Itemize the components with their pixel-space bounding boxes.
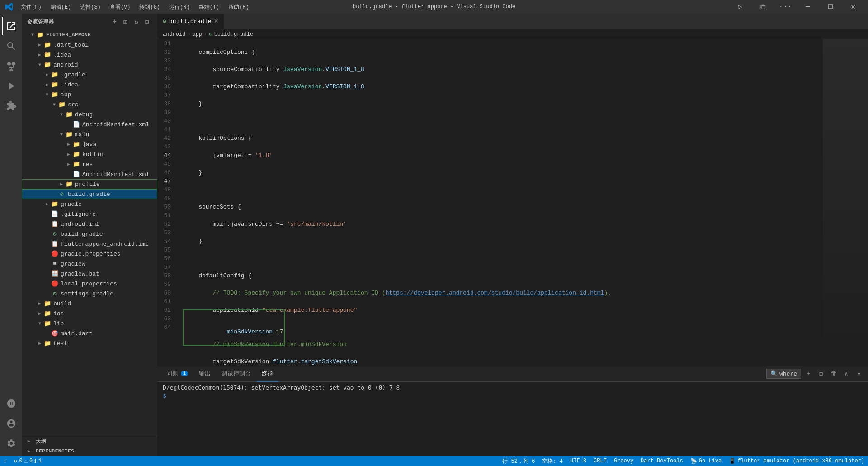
sidebar-item-local-properties[interactable]: 🔴 local.properties	[22, 279, 157, 289]
sidebar-item-main[interactable]: ▼ 📁 main	[22, 129, 157, 139]
status-remote[interactable]: ⚡	[0, 456, 10, 466]
project-root[interactable]: ▼ 📁 FLUTTER_APPONE	[22, 30, 157, 40]
tab-close-button[interactable]: ✕	[214, 18, 218, 25]
menu-help[interactable]: 帮助(H)	[225, 2, 253, 12]
sidebar-item-android[interactable]: ▼ 📁 android	[22, 60, 157, 70]
code-line-35	[184, 117, 823, 125]
status-dart-devtools[interactable]: Dart DevTools	[637, 456, 687, 466]
sidebar-item-app[interactable]: ▼ 📁 app	[22, 90, 157, 100]
sidebar-item-main-dart[interactable]: 🎯 main.dart	[22, 328, 157, 338]
account-activity-icon[interactable]	[2, 414, 20, 433]
refresh-button[interactable]: ↻	[132, 17, 141, 26]
settings-activity-icon[interactable]	[2, 434, 20, 452]
sidebar-item-build-gradle-app[interactable]: ⚙ build.gradle	[22, 189, 157, 199]
source-control-activity-icon[interactable]	[2, 57, 20, 75]
sidebar-item-build[interactable]: ▶ 📁 build	[22, 299, 157, 309]
terminal-content[interactable]: D/eglCodecCommon(15074): setVertexArrayO…	[157, 382, 868, 456]
sidebar-header-icons: + ⊞ ↻ ⊟	[110, 17, 152, 26]
menu-run[interactable]: 运行(R)	[165, 2, 193, 12]
sidebar-item-dart-tool[interactable]: ▶ 📁 .dart_tool	[22, 40, 157, 50]
sidebar-item-androidmanifest-debug[interactable]: 📄 AndroidManifest.xml	[22, 119, 157, 129]
terminal-split-button[interactable]: ⊟	[816, 368, 826, 379]
status-errors[interactable]: ⊗ 0 ⚠ 0 ℹ 1	[10, 456, 45, 466]
menu-file[interactable]: 文件(F)	[17, 2, 45, 12]
maximize-button[interactable]: □	[820, 0, 841, 14]
menu-goto[interactable]: 转到(G)	[136, 2, 164, 12]
run-button[interactable]: ▷	[730, 0, 750, 14]
menu-edit[interactable]: 编辑(E)	[47, 2, 75, 12]
sidebar-item-build-gradle-root[interactable]: ⚙ build.gradle	[22, 229, 157, 239]
sidebar-item-gitignore[interactable]: 📄 .gitignore	[22, 209, 157, 219]
sidebar-item-src[interactable]: ▼ 📁 src	[22, 100, 157, 109]
minimize-button[interactable]: ─	[797, 0, 818, 14]
new-file-button[interactable]: +	[110, 17, 119, 26]
problems-label: 问题	[166, 370, 178, 378]
sidebar-item-res[interactable]: ▶ 📁 res	[22, 159, 157, 169]
status-go-live[interactable]: 📡 Go Live	[687, 456, 725, 466]
menu-selection[interactable]: 选择(S)	[76, 2, 104, 12]
breadcrumb-android[interactable]: android	[163, 31, 185, 38]
sidebar-item-settings-gradle[interactable]: ⚙ settings.gradle	[22, 289, 157, 299]
sidebar-item-profile[interactable]: ▶ 📁 profile	[22, 179, 157, 189]
status-encoding[interactable]: UTF-8	[566, 456, 590, 466]
panel-tab-debug-console[interactable]: 调试控制台	[216, 366, 256, 382]
error-count: 0	[19, 458, 22, 464]
collapse-button[interactable]: ⊟	[143, 17, 152, 26]
code-content[interactable]: compileOptions { sourceCompatibility Jav…	[180, 39, 823, 366]
terminal-trash-button[interactable]: 🗑	[828, 368, 839, 379]
panel-maximize-button[interactable]: ∧	[841, 368, 852, 379]
sidebar-item-ios[interactable]: ▶ 📁 ios	[22, 309, 157, 319]
menu-view[interactable]: 查看(V)	[106, 2, 134, 12]
sidebar-item-gradlew-bat[interactable]: 🪟 gradlew.bat	[22, 269, 157, 279]
sidebar-item-androidmanifest-main[interactable]: 📄 AndroidManifest.xml	[22, 169, 157, 179]
sidebar-item-lib[interactable]: ▼ 📁 lib	[22, 319, 157, 328]
sidebar-item-gradle-properties[interactable]: 🔴 gradle.properties	[22, 249, 157, 259]
status-position[interactable]: 行 52，列 6	[499, 456, 538, 466]
file-tree: ▼ 📁 FLUTTER_APPONE ▶ 📁 .dart_tool ▶ 📁 .i…	[22, 30, 157, 436]
sidebar-item-idea[interactable]: ▶ 📁 .idea	[22, 50, 157, 60]
status-emulator[interactable]: 📱 flutter emulator (android-x86-emulator…	[725, 456, 868, 466]
breadcrumb-filename[interactable]: build.gradle	[214, 31, 253, 38]
new-folder-button[interactable]: ⊞	[121, 17, 130, 26]
dependencies-section[interactable]: ▶ DEPENDENCIES	[22, 446, 157, 456]
sidebar-item-flutterappone-iml[interactable]: 📋 flutterappone_android.iml	[22, 239, 157, 249]
sidebar-item-gradle-folder[interactable]: ▶ 📁 gradle	[22, 199, 157, 209]
outline-section[interactable]: ▶ 大纲	[22, 436, 157, 446]
panel-close-button[interactable]: ✕	[854, 368, 864, 379]
sidebar-item-gradle-android[interactable]: ▶ 📁 .gradle	[22, 70, 157, 80]
titlebar: 文件(F) 编辑(E) 选择(S) 查看(V) 转到(G) 运行(R) 终端(T…	[0, 0, 868, 14]
explorer-activity-icon[interactable]	[2, 17, 20, 35]
where-search-icon: 🔍	[770, 370, 778, 377]
sidebar-item-java[interactable]: ▶ 📁 java	[22, 139, 157, 149]
breadcrumb: android › app › ⚙ build.gradle	[157, 29, 868, 39]
more-actions-button[interactable]: ···	[775, 0, 796, 14]
terminal-prompt: $	[163, 392, 170, 399]
panel-tab-output[interactable]: 输出	[193, 366, 216, 382]
sidebar-item-idea-android[interactable]: ▶ 📁 .idea	[22, 80, 157, 90]
remote-activity-icon[interactable]	[2, 395, 20, 413]
status-spaces[interactable]: 空格: 4	[538, 456, 566, 466]
line-ending-text: CRLF	[594, 458, 607, 464]
search-activity-icon[interactable]	[2, 37, 20, 55]
split-editor-button[interactable]: ⧉	[752, 0, 773, 14]
code-line-33: targetCompatibility JavaVersion.VERSION_…	[184, 82, 823, 91]
sidebar-item-test[interactable]: ▶ 📁 test	[22, 338, 157, 348]
status-language[interactable]: Groovy	[610, 456, 637, 466]
breadcrumb-app[interactable]: app	[193, 31, 203, 38]
where-search-box[interactable]: 🔍 where	[766, 369, 801, 379]
panel-tab-problems[interactable]: 问题 1	[161, 366, 193, 382]
terminal-add-button[interactable]: +	[803, 368, 814, 379]
status-line-ending[interactable]: CRLF	[590, 456, 610, 466]
run-debug-activity-icon[interactable]	[2, 77, 20, 95]
spaces-text: 空格: 4	[542, 457, 563, 465]
code-line-47: minSdkVersion 17	[184, 323, 823, 332]
sidebar-item-kotlin[interactable]: ▶ 📁 kotlin	[22, 149, 157, 159]
extensions-activity-icon[interactable]	[2, 97, 20, 115]
editor-tab-build-gradle[interactable]: ⚙ build.gradle ✕	[157, 14, 224, 29]
panel-tab-terminal[interactable]: 终端	[256, 366, 279, 382]
sidebar-item-debug[interactable]: ▼ 📁 debug	[22, 109, 157, 119]
sidebar-item-android-iml[interactable]: 📋 android.iml	[22, 219, 157, 229]
close-button[interactable]: ✕	[843, 0, 863, 14]
sidebar-item-gradlew[interactable]: ≡ gradlew	[22, 259, 157, 269]
menu-terminal[interactable]: 终端(T)	[195, 2, 223, 12]
